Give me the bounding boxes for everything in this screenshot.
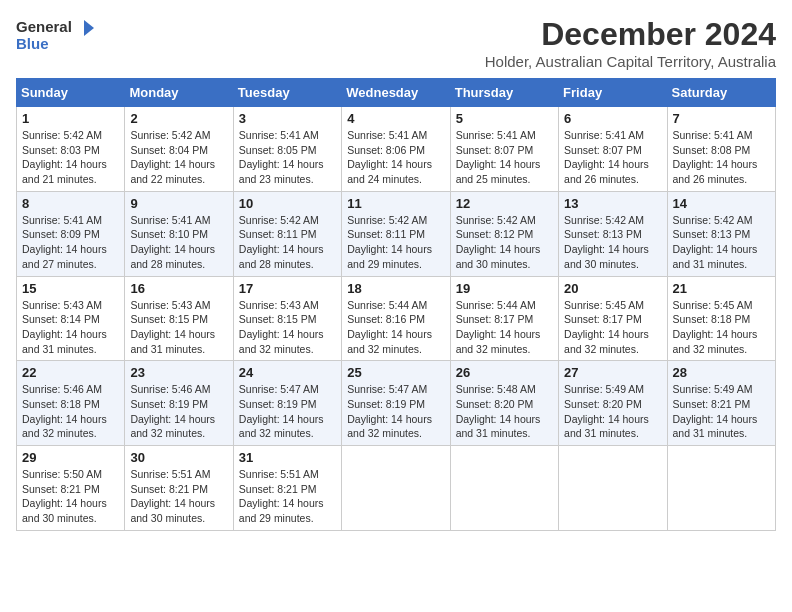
- calendar-cell: 21 Sunrise: 5:45 AMSunset: 8:18 PMDaylig…: [667, 276, 775, 361]
- calendar-cell: 9 Sunrise: 5:41 AMSunset: 8:10 PMDayligh…: [125, 191, 233, 276]
- day-number: 24: [239, 365, 336, 380]
- day-number: 27: [564, 365, 661, 380]
- day-info: Sunrise: 5:42 AMSunset: 8:11 PMDaylight:…: [239, 214, 324, 270]
- day-number: 3: [239, 111, 336, 126]
- day-number: 10: [239, 196, 336, 211]
- day-info: Sunrise: 5:41 AMSunset: 8:07 PMDaylight:…: [456, 129, 541, 185]
- day-info: Sunrise: 5:41 AMSunset: 8:08 PMDaylight:…: [673, 129, 758, 185]
- calendar-cell: 30 Sunrise: 5:51 AMSunset: 8:21 PMDaylig…: [125, 446, 233, 531]
- calendar-cell: 22 Sunrise: 5:46 AMSunset: 8:18 PMDaylig…: [17, 361, 125, 446]
- day-header-tuesday: Tuesday: [233, 79, 341, 107]
- calendar-week-2: 8 Sunrise: 5:41 AMSunset: 8:09 PMDayligh…: [17, 191, 776, 276]
- calendar-cell: 29 Sunrise: 5:50 AMSunset: 8:21 PMDaylig…: [17, 446, 125, 531]
- day-info: Sunrise: 5:41 AMSunset: 8:05 PMDaylight:…: [239, 129, 324, 185]
- day-info: Sunrise: 5:46 AMSunset: 8:19 PMDaylight:…: [130, 383, 215, 439]
- day-header-saturday: Saturday: [667, 79, 775, 107]
- calendar-cell: 16 Sunrise: 5:43 AMSunset: 8:15 PMDaylig…: [125, 276, 233, 361]
- calendar-cell: 23 Sunrise: 5:46 AMSunset: 8:19 PMDaylig…: [125, 361, 233, 446]
- svg-text:General: General: [16, 18, 72, 35]
- svg-marker-2: [84, 20, 94, 36]
- day-info: Sunrise: 5:43 AMSunset: 8:15 PMDaylight:…: [239, 299, 324, 355]
- day-number: 2: [130, 111, 227, 126]
- calendar-cell: 15 Sunrise: 5:43 AMSunset: 8:14 PMDaylig…: [17, 276, 125, 361]
- day-number: 8: [22, 196, 119, 211]
- day-number: 30: [130, 450, 227, 465]
- day-info: Sunrise: 5:42 AMSunset: 8:13 PMDaylight:…: [564, 214, 649, 270]
- day-info: Sunrise: 5:43 AMSunset: 8:15 PMDaylight:…: [130, 299, 215, 355]
- day-number: 20: [564, 281, 661, 296]
- calendar-cell: 14 Sunrise: 5:42 AMSunset: 8:13 PMDaylig…: [667, 191, 775, 276]
- day-header-monday: Monday: [125, 79, 233, 107]
- day-info: Sunrise: 5:45 AMSunset: 8:17 PMDaylight:…: [564, 299, 649, 355]
- svg-text:Blue: Blue: [16, 35, 49, 52]
- calendar-cell: [450, 446, 558, 531]
- calendar-cell: 13 Sunrise: 5:42 AMSunset: 8:13 PMDaylig…: [559, 191, 667, 276]
- day-info: Sunrise: 5:48 AMSunset: 8:20 PMDaylight:…: [456, 383, 541, 439]
- calendar-cell: 27 Sunrise: 5:49 AMSunset: 8:20 PMDaylig…: [559, 361, 667, 446]
- calendar-cell: [667, 446, 775, 531]
- calendar-week-3: 15 Sunrise: 5:43 AMSunset: 8:14 PMDaylig…: [17, 276, 776, 361]
- sub-title: Holder, Australian Capital Territory, Au…: [485, 53, 776, 70]
- calendar-week-4: 22 Sunrise: 5:46 AMSunset: 8:18 PMDaylig…: [17, 361, 776, 446]
- calendar-cell: 17 Sunrise: 5:43 AMSunset: 8:15 PMDaylig…: [233, 276, 341, 361]
- day-info: Sunrise: 5:47 AMSunset: 8:19 PMDaylight:…: [239, 383, 324, 439]
- logo-icon: General Blue: [16, 16, 96, 56]
- day-info: Sunrise: 5:41 AMSunset: 8:06 PMDaylight:…: [347, 129, 432, 185]
- day-info: Sunrise: 5:42 AMSunset: 8:03 PMDaylight:…: [22, 129, 107, 185]
- calendar-header: SundayMondayTuesdayWednesdayThursdayFrid…: [17, 79, 776, 107]
- day-number: 11: [347, 196, 444, 211]
- day-number: 5: [456, 111, 553, 126]
- day-number: 21: [673, 281, 770, 296]
- calendar-cell: 20 Sunrise: 5:45 AMSunset: 8:17 PMDaylig…: [559, 276, 667, 361]
- calendar-cell: 19 Sunrise: 5:44 AMSunset: 8:17 PMDaylig…: [450, 276, 558, 361]
- calendar-cell: 4 Sunrise: 5:41 AMSunset: 8:06 PMDayligh…: [342, 107, 450, 192]
- calendar-cell: 12 Sunrise: 5:42 AMSunset: 8:12 PMDaylig…: [450, 191, 558, 276]
- calendar-cell: 31 Sunrise: 5:51 AMSunset: 8:21 PMDaylig…: [233, 446, 341, 531]
- calendar-cell: 28 Sunrise: 5:49 AMSunset: 8:21 PMDaylig…: [667, 361, 775, 446]
- calendar-table: SundayMondayTuesdayWednesdayThursdayFrid…: [16, 78, 776, 531]
- day-number: 12: [456, 196, 553, 211]
- calendar-cell: 3 Sunrise: 5:41 AMSunset: 8:05 PMDayligh…: [233, 107, 341, 192]
- day-number: 9: [130, 196, 227, 211]
- main-title: December 2024: [485, 16, 776, 53]
- day-number: 31: [239, 450, 336, 465]
- day-number: 22: [22, 365, 119, 380]
- day-header-friday: Friday: [559, 79, 667, 107]
- calendar-cell: [559, 446, 667, 531]
- calendar-cell: 2 Sunrise: 5:42 AMSunset: 8:04 PMDayligh…: [125, 107, 233, 192]
- day-number: 7: [673, 111, 770, 126]
- day-number: 23: [130, 365, 227, 380]
- day-number: 13: [564, 196, 661, 211]
- day-info: Sunrise: 5:51 AMSunset: 8:21 PMDaylight:…: [239, 468, 324, 524]
- day-number: 6: [564, 111, 661, 126]
- day-number: 17: [239, 281, 336, 296]
- calendar-cell: 5 Sunrise: 5:41 AMSunset: 8:07 PMDayligh…: [450, 107, 558, 192]
- day-info: Sunrise: 5:43 AMSunset: 8:14 PMDaylight:…: [22, 299, 107, 355]
- calendar-cell: 18 Sunrise: 5:44 AMSunset: 8:16 PMDaylig…: [342, 276, 450, 361]
- day-info: Sunrise: 5:49 AMSunset: 8:20 PMDaylight:…: [564, 383, 649, 439]
- calendar-cell: 24 Sunrise: 5:47 AMSunset: 8:19 PMDaylig…: [233, 361, 341, 446]
- calendar-week-5: 29 Sunrise: 5:50 AMSunset: 8:21 PMDaylig…: [17, 446, 776, 531]
- day-number: 14: [673, 196, 770, 211]
- day-info: Sunrise: 5:41 AMSunset: 8:10 PMDaylight:…: [130, 214, 215, 270]
- calendar-cell: 10 Sunrise: 5:42 AMSunset: 8:11 PMDaylig…: [233, 191, 341, 276]
- day-info: Sunrise: 5:44 AMSunset: 8:17 PMDaylight:…: [456, 299, 541, 355]
- logo: General Blue: [16, 16, 96, 56]
- calendar-cell: 25 Sunrise: 5:47 AMSunset: 8:19 PMDaylig…: [342, 361, 450, 446]
- day-number: 19: [456, 281, 553, 296]
- day-info: Sunrise: 5:42 AMSunset: 8:13 PMDaylight:…: [673, 214, 758, 270]
- day-info: Sunrise: 5:41 AMSunset: 8:09 PMDaylight:…: [22, 214, 107, 270]
- day-number: 29: [22, 450, 119, 465]
- day-number: 16: [130, 281, 227, 296]
- page-header: General Blue December 2024 Holder, Austr…: [16, 16, 776, 70]
- day-number: 15: [22, 281, 119, 296]
- day-info: Sunrise: 5:41 AMSunset: 8:07 PMDaylight:…: [564, 129, 649, 185]
- calendar-cell: 7 Sunrise: 5:41 AMSunset: 8:08 PMDayligh…: [667, 107, 775, 192]
- day-header-sunday: Sunday: [17, 79, 125, 107]
- calendar-cell: 26 Sunrise: 5:48 AMSunset: 8:20 PMDaylig…: [450, 361, 558, 446]
- calendar-cell: 6 Sunrise: 5:41 AMSunset: 8:07 PMDayligh…: [559, 107, 667, 192]
- day-number: 25: [347, 365, 444, 380]
- day-number: 28: [673, 365, 770, 380]
- calendar-cell: [342, 446, 450, 531]
- day-info: Sunrise: 5:50 AMSunset: 8:21 PMDaylight:…: [22, 468, 107, 524]
